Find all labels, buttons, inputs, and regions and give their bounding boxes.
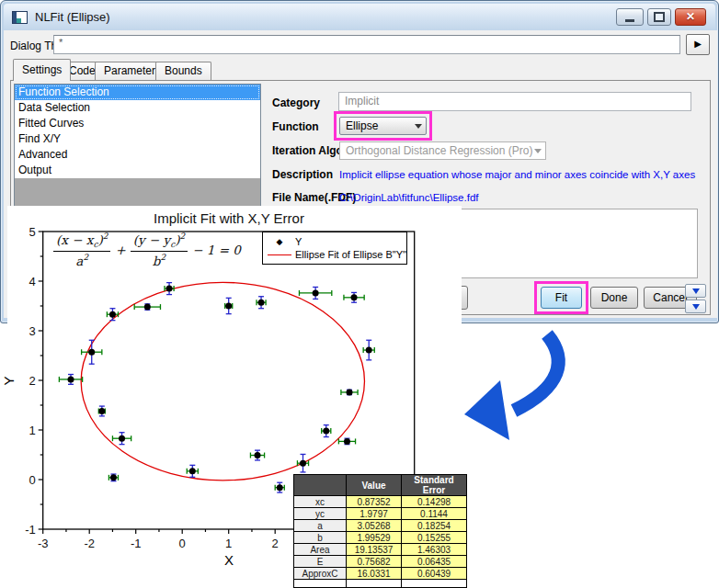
done-button[interactable]: Done — [590, 287, 638, 309]
minimize-button[interactable] — [616, 8, 644, 26]
iteration-algorithm-value: Orthogonal Distance Regression (Pro) — [346, 144, 532, 157]
legend-fit-label: Ellipse Fit of Ellipse B"Y" — [295, 249, 406, 260]
svg-text:-3: -3 — [38, 537, 49, 550]
svg-text:2: 2 — [272, 537, 279, 550]
table-row: xc 0.87352 0.14298 — [294, 496, 467, 508]
title-bar[interactable]: NLFit (Ellipse) ✕ — [4, 4, 715, 30]
category-label: Category — [272, 96, 320, 109]
table-spacer-row — [294, 580, 467, 588]
roll-down-button-1[interactable] — [685, 284, 706, 298]
category-field[interactable]: Implicit — [338, 92, 691, 111]
close-button[interactable]: ✕ — [675, 8, 706, 26]
tab-bounds[interactable]: Bounds — [155, 62, 211, 80]
dialog-theme-input[interactable]: * — [53, 35, 680, 54]
svg-text:2: 2 — [29, 374, 35, 388]
legend-diamond-marker-icon: ◆ — [268, 237, 291, 246]
svg-text:0: 0 — [179, 537, 186, 550]
page: NLFit (Ellipse) ✕ Dialog Theme * ▶ Setti… — [0, 0, 719, 588]
table-row: a 3.05268 0.18254 — [294, 520, 467, 532]
sidebar-item-function-selection[interactable]: Function Selection — [15, 85, 260, 100]
chevron-down-icon — [534, 149, 542, 157]
svg-text:1: 1 — [225, 537, 232, 550]
description-value: Implicit ellipse equation whose major an… — [339, 169, 695, 180]
fit-equation: (x − xc)2 a2 + (y − yc)2 b2 − 1 = 0 — [53, 232, 241, 268]
iteration-algorithm-dropdown[interactable]: Orthogonal Distance Regression (Pro) — [339, 141, 546, 160]
chart-legend: ◆ Y Ellipse Fit of Ellipse B"Y" — [262, 232, 407, 265]
minimize-icon — [625, 19, 634, 22]
dialog-theme-expand-button[interactable]: ▶ — [686, 34, 710, 55]
table-row: E 0.75682 0.06435 — [294, 556, 467, 568]
y-axis-title: Y — [1, 376, 17, 385]
table-header-blank — [294, 475, 347, 496]
tab-settings[interactable]: Settings — [13, 59, 71, 81]
triangle-down-icon — [692, 304, 700, 313]
maximize-icon — [654, 12, 665, 22]
table-row: ApproxC 16.0331 0.60439 — [294, 568, 467, 580]
legend-fit-line-icon — [268, 254, 291, 255]
sidebar-item-advanced[interactable]: Advanced — [15, 147, 260, 163]
svg-text:4: 4 — [29, 275, 35, 288]
table-row: yc 1.9797 0.1144 — [294, 508, 467, 520]
table-header-stderr: Standard Error — [402, 475, 467, 496]
function-label: Function — [272, 120, 319, 133]
maximize-button[interactable] — [647, 8, 671, 26]
table-row: Area 19.13537 1.46303 — [294, 544, 467, 556]
function-highlight-ring — [334, 111, 432, 141]
app-icon — [12, 11, 28, 24]
svg-text:0: 0 — [29, 473, 35, 487]
svg-text:-2: -2 — [84, 537, 95, 550]
blue-curved-arrow-icon — [455, 323, 579, 443]
svg-text:-1: -1 — [25, 523, 36, 537]
file-name-value: C:\OriginLab\fitfunc\Ellipse.fdf — [339, 192, 479, 203]
table-header-value: Value — [347, 475, 402, 496]
sidebar-item-data-selection[interactable]: Data Selection — [15, 100, 260, 116]
table-row: b 1.99529 0.15255 — [294, 532, 467, 544]
svg-text:1: 1 — [29, 424, 35, 437]
fit-highlight-ring — [534, 281, 588, 314]
svg-text:3: 3 — [29, 324, 35, 338]
fit-results-table: Value Standard Error xc 0.87352 0.14298 … — [293, 474, 467, 588]
window-title: NLFit (Ellipse) — [35, 10, 110, 24]
triangle-down-icon — [692, 288, 700, 298]
sidebar-item-find-xy[interactable]: Find X/Y — [15, 131, 260, 147]
sidebar-item-fitted-curves[interactable]: Fitted Curves — [15, 116, 260, 131]
roll-down-button-2[interactable] — [685, 300, 706, 313]
description-label: Description — [272, 168, 333, 181]
close-icon: ✕ — [686, 9, 695, 25]
svg-text:-1: -1 — [131, 537, 142, 550]
sidebar-item-output[interactable]: Output — [15, 163, 260, 178]
legend-series-label: Y — [295, 236, 302, 247]
svg-text:5: 5 — [29, 225, 35, 239]
